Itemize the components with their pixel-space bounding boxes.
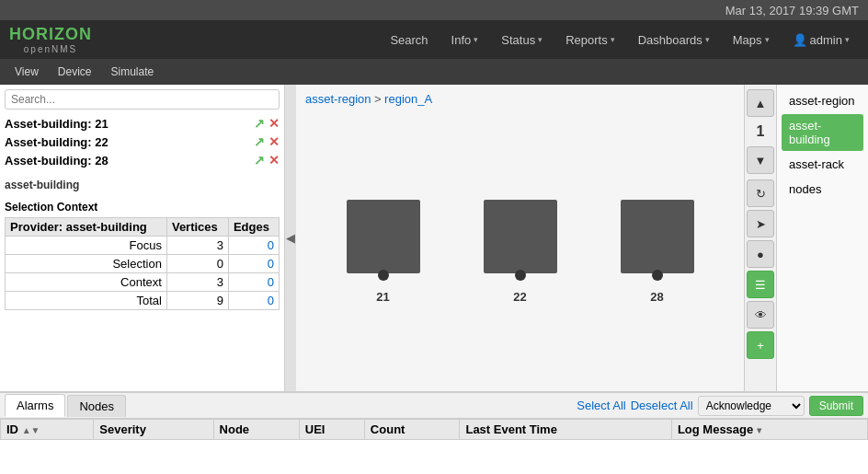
col-id-sort[interactable]: ▲▼ xyxy=(22,425,40,435)
ctx-header-provider: Provider: asset-building xyxy=(6,218,167,237)
deselect-all-link[interactable]: Deselect All xyxy=(631,399,693,412)
user-arrow: ▾ xyxy=(845,35,850,44)
plus-icon: + xyxy=(757,339,764,353)
nav-status-label: Status xyxy=(501,33,535,47)
ctx-context-vertices: 3 xyxy=(166,273,228,292)
scroll-down-btn[interactable]: ▼ xyxy=(747,146,774,174)
plus-btn[interactable]: + xyxy=(747,331,774,359)
ctx-selection-vertices: 0 xyxy=(166,255,228,273)
breadcrumb: asset-region > region_A xyxy=(305,92,432,106)
rs-asset-rack-label: asset-rack xyxy=(789,157,844,171)
col-count-label: Count xyxy=(371,422,405,436)
col-count: Count xyxy=(364,420,460,440)
tab-alarms[interactable]: Alarms xyxy=(5,394,65,417)
bottom-controls: Select All Deselect All Acknowledge Unac… xyxy=(577,396,863,416)
nav-maps[interactable]: Maps ▾ xyxy=(724,28,779,52)
rs-nodes-label: nodes xyxy=(789,182,821,196)
refresh-icon: ↻ xyxy=(756,187,766,201)
tab-nodes[interactable]: Nodes xyxy=(67,395,126,417)
section-title: asset-building xyxy=(5,179,280,191)
col-node: Node xyxy=(213,420,299,440)
nav-reports[interactable]: Reports ▾ xyxy=(556,28,624,52)
scroll-up-icon: ▲ xyxy=(755,97,767,110)
ctx-context-label: Context xyxy=(6,273,167,292)
col-uei-label: UEI xyxy=(305,422,326,436)
ctx-header-edges: Edges xyxy=(228,218,279,237)
col-log-sort[interactable]: ▾ xyxy=(757,425,761,435)
col-last-event: Last Event Time xyxy=(460,420,671,440)
nav-dashboards[interactable]: Dashboards ▾ xyxy=(629,28,719,52)
asset-close-icon-21[interactable]: ✕ xyxy=(268,116,280,131)
node-icon-21 xyxy=(347,200,420,273)
sec-device[interactable]: Device xyxy=(51,63,99,81)
main-area: Asset-building: 21 ↗ ✕ Asset-building: 2… xyxy=(0,85,868,391)
col-last-event-label: Last Event Time xyxy=(465,422,556,436)
rs-asset-rack[interactable]: asset-rack xyxy=(782,153,863,176)
breadcrumb-building[interactable]: region_A xyxy=(384,92,432,106)
asset-list: Asset-building: 21 ↗ ✕ Asset-building: 2… xyxy=(5,114,280,169)
nav-info-label: Info xyxy=(451,33,472,47)
ctx-row-focus: Focus 3 0 xyxy=(6,237,280,255)
asset-navigate-icon-22[interactable]: ↗ xyxy=(254,134,265,149)
nav-info[interactable]: Info ▾ xyxy=(442,28,488,52)
nav-dashboards-label: Dashboards xyxy=(638,33,702,47)
search-input[interactable] xyxy=(5,89,280,110)
menu-btn[interactable]: ☰ xyxy=(747,271,774,298)
refresh-btn[interactable]: ↻ xyxy=(747,179,774,207)
submit-button[interactable]: Submit xyxy=(809,396,863,416)
sec-view[interactable]: View xyxy=(7,63,46,81)
ctx-table: Provider: asset-building Vertices Edges … xyxy=(5,217,280,310)
asset-label-21: Asset-building: 21 xyxy=(5,117,250,131)
node-label-21: 21 xyxy=(376,290,389,304)
navigate-icon: ➤ xyxy=(756,217,766,231)
eye-btn[interactable]: 👁 xyxy=(747,301,774,329)
node-icon-22 xyxy=(484,200,557,273)
nav-reports-arrow: ▾ xyxy=(611,35,615,44)
asset-navigate-icon-28[interactable]: ↗ xyxy=(254,153,265,168)
breadcrumb-region[interactable]: asset-region xyxy=(305,92,371,106)
ctx-context-edges: 0 xyxy=(228,273,279,292)
eye-icon: 👁 xyxy=(755,308,767,322)
acknowledge-select[interactable]: Acknowledge Unacknowledge xyxy=(698,396,805,416)
bottom-panel: Alarms Nodes Select All Deselect All Ack… xyxy=(0,391,868,474)
tab-alarms-label: Alarms xyxy=(17,399,53,412)
rs-nodes[interactable]: nodes xyxy=(782,178,863,201)
collapse-handle[interactable]: ◀ xyxy=(285,85,296,391)
col-id: ID ▲▼ xyxy=(1,420,94,440)
sec-simulate[interactable]: Simulate xyxy=(103,63,161,81)
navigate-btn[interactable]: ➤ xyxy=(747,210,774,237)
collapse-icon: ◀ xyxy=(286,231,295,245)
page-number: 1 xyxy=(757,119,765,145)
col-log-message-label: Log Message xyxy=(678,422,753,436)
ctx-row-context: Context 3 0 xyxy=(6,273,280,292)
node-21[interactable]: 21 xyxy=(347,200,420,304)
nav-status[interactable]: Status ▾ xyxy=(492,28,552,52)
col-severity-label: Severity xyxy=(99,422,146,436)
asset-navigate-icon-21[interactable]: ↗ xyxy=(254,116,265,131)
nav-maps-arrow: ▾ xyxy=(765,35,770,44)
ctx-title: Selection Context xyxy=(5,201,280,214)
right-sidebar: asset-region asset-building asset-rack n… xyxy=(776,85,868,391)
rs-asset-building[interactable]: asset-building xyxy=(782,114,863,151)
nav-user[interactable]: 👤 admin ▾ xyxy=(783,28,859,52)
ctx-total-vertices: 9 xyxy=(166,292,228,310)
asset-close-icon-22[interactable]: ✕ xyxy=(268,134,280,149)
scroll-up-btn[interactable]: ▲ xyxy=(747,89,774,117)
col-uei: UEI xyxy=(299,420,364,440)
select-all-link[interactable]: Select All xyxy=(577,399,625,412)
col-severity: Severity xyxy=(94,420,213,440)
scroll-controls: ▲ 1 ▼ ↻ ➤ ● ☰ 👁 xyxy=(744,85,776,391)
menu-icon: ☰ xyxy=(755,278,766,292)
nav-search[interactable]: Search xyxy=(381,28,437,52)
asset-label-22: Asset-building: 22 xyxy=(5,135,250,149)
node-label-22: 22 xyxy=(513,290,526,304)
rs-asset-region[interactable]: asset-region xyxy=(782,89,863,112)
node-icon-28 xyxy=(621,200,694,273)
nav-status-arrow: ▾ xyxy=(538,35,542,44)
asset-close-icon-28[interactable]: ✕ xyxy=(268,153,280,168)
node-28[interactable]: 28 xyxy=(621,200,694,304)
node-22[interactable]: 22 xyxy=(484,200,557,304)
ctx-total-edges: 0 xyxy=(228,292,279,310)
globe-btn[interactable]: ● xyxy=(747,240,774,268)
ctx-total-label: Total xyxy=(6,292,167,310)
